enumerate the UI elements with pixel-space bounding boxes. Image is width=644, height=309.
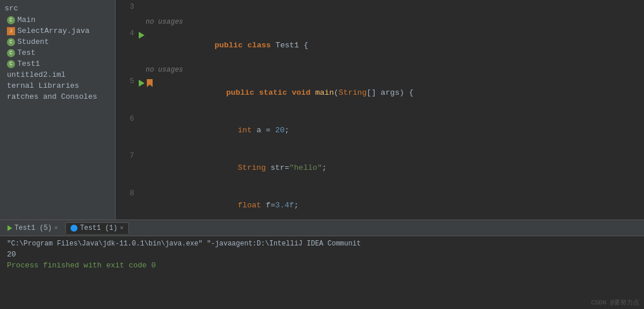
table-row: 5 public static void main(String[] args)…	[116, 75, 644, 112]
gutter	[139, 149, 156, 187]
console-output-area: "C:\Program Files\Java\jdk-11.0.1\bin\ja…	[0, 236, 644, 309]
console-tabs-bar: Test1 (5) × Test1 (1) ×	[0, 220, 644, 236]
tab2-label: Test1 (1)	[80, 224, 117, 232]
code-content: public class Test1 {	[156, 27, 644, 64]
gutter	[139, 0, 156, 16]
gutter	[139, 75, 156, 112]
sidebar-item-main[interactable]: C Main	[0, 14, 115, 25]
sidebar-label-selectarray: SelectArray.java	[17, 27, 90, 35]
gutter	[139, 187, 156, 219]
sidebar-src-label: src	[0, 2, 115, 14]
tab1-label: Test1 (5)	[14, 224, 52, 232]
console-tab-run[interactable]: Test1 (5) ×	[2, 222, 63, 234]
sidebar-item-test1[interactable]: C Test1	[0, 58, 115, 69]
line-number: 6	[116, 112, 139, 150]
sidebar: src C Main J SelectArray.java C Student …	[0, 0, 116, 219]
sidebar-label-iml: untitled2.iml	[7, 70, 65, 79]
editor-area: 3 no usages 4	[116, 0, 644, 219]
tab2-close-button[interactable]: ×	[120, 225, 124, 232]
run-tab-icon	[8, 225, 12, 231]
run-arrow-icon[interactable]	[139, 32, 145, 39]
code-content: int a = 20;	[156, 112, 644, 150]
table-row: 6 int a = 20;	[116, 112, 644, 150]
line-number: 4	[116, 27, 139, 64]
class-icon-test1: C	[7, 60, 15, 68]
line-number: 5	[116, 75, 139, 112]
console-output: 20	[7, 250, 637, 259]
sidebar-item-test[interactable]: C Test	[0, 47, 115, 58]
run-arrow-icon[interactable]	[139, 80, 145, 87]
class-icon-main: C	[7, 16, 15, 24]
table-row: 4 public class Test1 {	[116, 27, 644, 64]
code-content: public static void main(String[] args) {	[156, 75, 644, 112]
console-tab-test1[interactable]: Test1 (1) ×	[65, 222, 128, 234]
table-row: no usages	[116, 16, 644, 27]
sidebar-label-test1: Test1	[17, 59, 40, 68]
tab1-close-button[interactable]: ×	[54, 225, 58, 232]
sidebar-label-student: Student	[17, 38, 49, 46]
code-container[interactable]: 3 no usages 4	[116, 0, 644, 219]
sidebar-item-selectarray[interactable]: J SelectArray.java	[0, 25, 115, 36]
watermark: CSDN @要努力点	[591, 298, 639, 307]
line-number: 3	[116, 0, 139, 16]
code-table: 3 no usages 4	[116, 0, 644, 219]
no-usages-hint-2: no usages	[143, 66, 183, 74]
line-number: 7	[116, 149, 139, 187]
sidebar-label-main: Main	[17, 16, 35, 24]
line-number: 8	[116, 187, 139, 219]
console-panel: Test1 (5) × Test1 (1) × "C:\Program File…	[0, 219, 644, 309]
gutter	[139, 27, 156, 64]
bookmark-icon	[147, 79, 153, 87]
sidebar-label-ext-lib: ternal Libraries	[7, 81, 79, 90]
class-icon-test: C	[7, 49, 15, 57]
sidebar-item-student[interactable]: C Student	[0, 36, 115, 47]
sidebar-label-test: Test	[17, 49, 35, 57]
table-row: 3	[116, 0, 644, 16]
console-exit-message: Process finished with exit code 0	[7, 261, 637, 270]
code-content: String str="hello";	[156, 149, 644, 187]
table-row: no usages	[116, 64, 644, 75]
table-row: 7 String str="hello";	[116, 149, 644, 187]
console-command: "C:\Program Files\Java\jdk-11.0.1\bin\ja…	[7, 240, 637, 248]
gutter	[139, 112, 156, 150]
console-tab-icon	[71, 225, 77, 232]
sidebar-item-ext-lib[interactable]: ternal Libraries	[0, 80, 115, 91]
sidebar-item-scratches[interactable]: ratches and Consoles	[0, 91, 115, 102]
table-row: 8 float f=3.4f;	[116, 187, 644, 219]
class-icon-student: C	[7, 38, 15, 46]
code-content: float f=3.4f;	[156, 187, 644, 219]
no-usages-hint-1: no usages	[143, 18, 183, 26]
sidebar-item-iml[interactable]: untitled2.iml	[0, 69, 115, 80]
sidebar-label-scratches: ratches and Consoles	[7, 92, 97, 101]
file-icon-selectarray: J	[7, 27, 15, 35]
code-content	[156, 0, 644, 16]
